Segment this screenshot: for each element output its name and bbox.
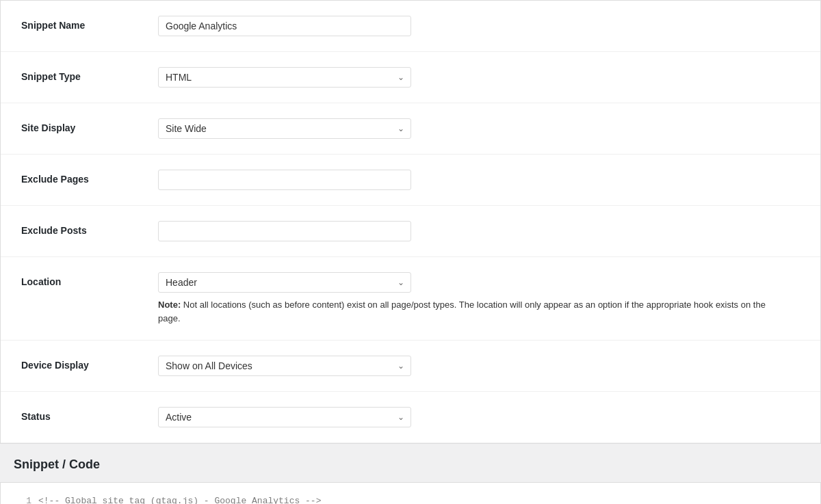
code-block: 1 <!-- Global site tag (gtag.js) - Googl… [0,482,821,504]
location-control: Header Footer Before Content After Conte… [158,272,800,325]
site-display-select[interactable]: Site Wide Specific Pages Specific Posts [158,118,411,139]
device-display-select-wrapper: Show on All Devices Desktop Only Mobile … [158,356,411,376]
device-display-control: Show on All Devices Desktop Only Mobile … [158,356,800,376]
code-content-1: <!-- Global site tag (gtag.js) - Google … [38,493,807,504]
site-display-select-wrapper: Site Wide Specific Pages Specific Posts … [158,118,411,139]
status-label: Status [21,407,158,422]
device-display-label: Device Display [21,356,158,371]
site-display-row: Site Display Site Wide Specific Pages Sp… [1,103,820,155]
location-note: Note: Not all locations (such as before … [158,298,774,325]
snippet-name-control [158,16,800,36]
status-select-wrapper: Active Inactive ⌄ [158,407,411,427]
exclude-pages-label: Exclude Pages [21,170,158,185]
snippet-type-select[interactable]: HTML JavaScript CSS [158,67,411,88]
exclude-posts-control [158,221,800,241]
snippet-form: Snippet Name Snippet Type HTML JavaScrip… [0,0,821,444]
snippet-name-input[interactable] [158,16,411,36]
location-select-wrapper: Header Footer Before Content After Conte… [158,272,411,293]
snippet-type-control: HTML JavaScript CSS ⌄ [158,67,800,88]
snippet-type-row: Snippet Type HTML JavaScript CSS ⌄ [1,52,820,103]
status-row: Status Active Inactive ⌄ [1,392,820,443]
snippet-type-select-wrapper: HTML JavaScript CSS ⌄ [158,67,411,88]
status-control: Active Inactive ⌄ [158,407,800,427]
code-line-1: 1 <!-- Global site tag (gtag.js) - Googl… [14,493,807,504]
line-num-1: 1 [14,493,31,504]
site-display-label: Site Display [21,118,158,133]
site-display-control: Site Wide Specific Pages Specific Posts … [158,118,800,139]
exclude-pages-control [158,170,800,190]
snippet-name-row: Snippet Name [1,1,820,52]
snippet-name-label: Snippet Name [21,16,158,31]
exclude-posts-label: Exclude Posts [21,221,158,236]
exclude-posts-row: Exclude Posts [1,206,820,257]
device-display-row: Device Display Show on All Devices Deskt… [1,341,820,392]
location-row: Location Header Footer Before Content Af… [1,257,820,341]
location-select[interactable]: Header Footer Before Content After Conte… [158,272,411,293]
exclude-posts-input[interactable] [158,221,411,241]
exclude-pages-row: Exclude Pages [1,155,820,206]
snippet-type-label: Snippet Type [21,67,158,82]
exclude-pages-input[interactable] [158,170,411,190]
device-display-select[interactable]: Show on All Devices Desktop Only Mobile … [158,356,411,376]
snippet-section-title: Snippet / Code [0,457,821,482]
status-select[interactable]: Active Inactive [158,407,411,427]
location-label: Location [21,272,158,287]
snippet-section: Snippet / Code 1 <!-- Global site tag (g… [0,444,821,504]
